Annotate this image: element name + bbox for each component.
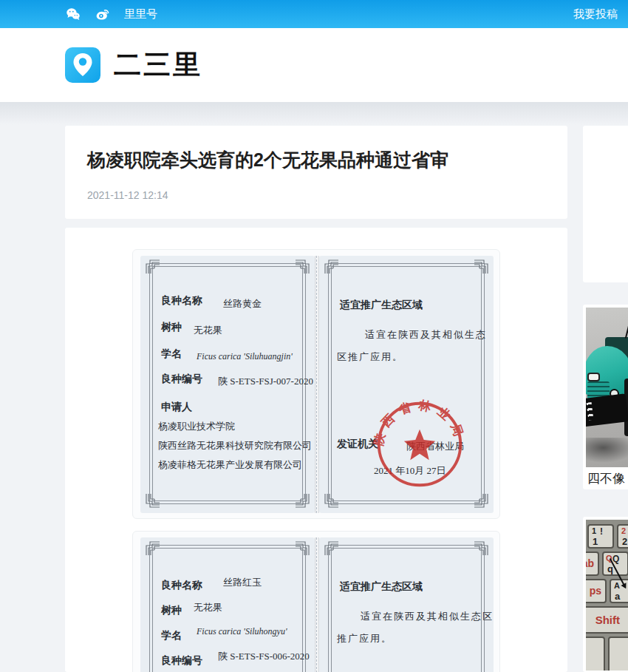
key-char: ab [586, 557, 594, 569]
field-value: Ficus carica 'Siluhuangjin' [197, 351, 293, 362]
key-char: A [614, 581, 620, 590]
corner-ornament-icon [323, 493, 339, 509]
certificate2-left-page: 良种名称 丝路红玉 树种 无花果 学名 Ficus carica 'Siluho… [140, 537, 315, 672]
applicant: 杨凌菲格无花果产业发展有限公司 [158, 458, 302, 472]
key-char: a [615, 591, 620, 602]
field-value: 丝路红玉 [223, 576, 262, 589]
truck-shadow-shape [586, 438, 628, 463]
site-header: 二三里 [0, 28, 628, 102]
field-label: 学名 [161, 629, 182, 642]
applicant-label: 申请人 [161, 401, 192, 414]
applicant: 陕西丝路无花果科技研究院有限公司 [158, 439, 312, 452]
certificate-photo-2: 良种名称 丝路红玉 树种 无花果 学名 Ficus carica 'Siluho… [132, 531, 500, 672]
sidebar-article-caption[interactable]: 四不像 [587, 470, 628, 487]
field-value: 丝路黄金 [223, 297, 262, 310]
field-value: 无花果 [194, 601, 222, 614]
location-pin-icon [71, 52, 95, 78]
truck-headlight-shape [589, 374, 598, 380]
field-value: Ficus carica 'Siluhongyu' [197, 626, 287, 637]
submit-post-button[interactable]: 我要投稿 [573, 0, 618, 28]
field-label: 树种 [161, 604, 182, 617]
truck-bumper-shape [586, 393, 628, 427]
corner-ornament-icon [144, 493, 160, 509]
corner-ornament-icon [295, 493, 311, 509]
article-date: 2021-11-12 12:14 [87, 189, 168, 201]
applicant: 杨凌职业技术学院 [158, 420, 235, 433]
key-char: 2 [621, 526, 626, 535]
field-value: 无花果 [194, 324, 222, 337]
key-char: Shift [595, 614, 620, 626]
field-label: 良种名称 [161, 294, 202, 308]
field-label: 良种编号 [161, 373, 202, 386]
official-red-stamp: 陕西省林业局 [373, 398, 466, 491]
corner-ornament-icon [323, 540, 339, 556]
corner-ornament-icon [474, 258, 490, 274]
sidebar-article-truck[interactable]: 四不像 [583, 305, 628, 489]
corner-ornament-icon [474, 493, 490, 509]
region-line: 适宜在陕西及其相似生态区 [361, 610, 494, 623]
keyboard-key-q: Q Q q [602, 551, 628, 576]
region-line: 适宜在陕西及其相似生态 [365, 328, 487, 342]
topbar-brand-link[interactable]: 里里号 [124, 0, 157, 28]
field-label: 学名 [161, 347, 182, 361]
article-title: 杨凌职院牵头选育的2个无花果品种通过省审 [87, 148, 448, 172]
article-title-card: 杨凌职院牵头选育的2个无花果品种通过省审 2021-11-12 12:14 [65, 126, 567, 219]
certificate1-right-page: 适宜推广生态区域 适宜在陕西及其相似生态 区推广应用。 发证机关 陕西省林业局 … [319, 256, 494, 513]
sidebar-article-keyboard[interactable]: 1 ! 1 2 2 ab Q Q q ps A a Shift [583, 517, 628, 672]
keyboard-key-tab: ab [586, 551, 599, 576]
bumper-marks [587, 402, 594, 421]
field-label: 良种名称 [161, 579, 202, 592]
key-char: ! [600, 526, 603, 537]
weibo-icon[interactable] [95, 7, 110, 21]
truck-thumbnail-image[interactable] [586, 308, 628, 467]
region-title: 适宜推广生态区域 [340, 299, 423, 312]
site-name[interactable]: 二三里 [114, 28, 202, 102]
header-shadow-band [0, 102, 628, 127]
site-logo[interactable] [65, 47, 100, 83]
sidebar-card-empty[interactable] [583, 126, 628, 282]
key-char: 2 [622, 536, 627, 547]
corner-ornament-icon [295, 540, 311, 556]
field-label: 良种编号 [161, 654, 202, 668]
certificate-photo-1: 良种名称 丝路黄金 树种 无花果 学名 Ficus carica 'Siluhu… [132, 249, 500, 519]
article-body-card: 良种名称 丝路黄金 树种 无花果 学名 Ficus carica 'Siluhu… [65, 228, 567, 672]
certificate1-left-page: 良种名称 丝路黄金 树种 无花果 学名 Ficus carica 'Siluhu… [140, 256, 315, 513]
key-char: ps [590, 585, 601, 597]
corner-ornament-icon [144, 258, 160, 274]
keyboard-key [608, 637, 628, 671]
corner-ornament-icon [144, 540, 160, 556]
keyboard-thumbnail-image[interactable]: 1 ! 1 2 2 ab Q Q q ps A a Shift [586, 520, 628, 671]
issuer-label: 发证机关 [337, 438, 378, 451]
key-char: 1 [592, 526, 596, 535]
keyboard-key: 2 2 [617, 524, 628, 549]
corner-ornament-icon [323, 258, 339, 274]
page-border [328, 545, 485, 672]
certificate2-right-page: 适宜推广生态区域 适宜在陕西及其相似生态区 推广应用。 [319, 537, 494, 672]
keyboard-key: 1 ! 1 [587, 524, 614, 549]
wechat-icon[interactable] [66, 7, 81, 21]
corner-ornament-icon [295, 258, 311, 274]
keyboard-key-shift: Shift [586, 606, 628, 634]
field-value: 陕 S-ETS-FSJ-007-2020 [218, 375, 313, 388]
key-char: Q [612, 554, 619, 564]
corner-ornament-icon [474, 540, 490, 556]
truck-mirror-shape [625, 319, 628, 339]
region-line: 推广应用。 [337, 632, 392, 645]
region-title: 适宜推广生态区域 [340, 580, 423, 594]
keyboard-key [586, 637, 605, 671]
field-label: 树种 [161, 321, 182, 334]
top-bar: 里里号 我要投稿 [0, 0, 628, 28]
keyboard-key-caps: ps [586, 579, 607, 603]
region-line: 区推广应用。 [337, 350, 403, 364]
field-value: 陕 S-ETS-FS-006-2020 [218, 650, 310, 663]
key-char: 1 [593, 536, 598, 547]
